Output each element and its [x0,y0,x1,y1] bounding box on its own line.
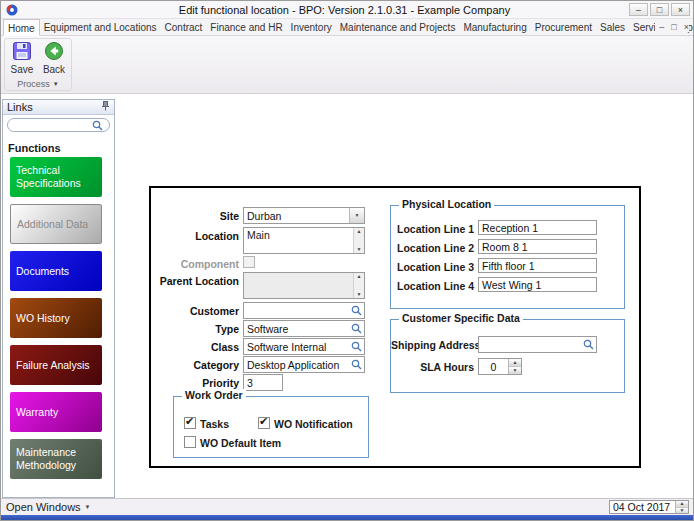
sla-hours-spinner[interactable]: ▲ ▼ [478,358,522,375]
location-line-3-input[interactable] [479,259,596,272]
ribbon-tab-bar: Home Equipment and Locations Contract Fi… [1,19,693,36]
search-icon[interactable] [581,337,596,352]
site-dropdown[interactable]: ▼ [243,207,365,224]
location-line-3-field[interactable] [478,258,597,273]
sidebar-item-additional-data[interactable]: Additional Data [10,204,102,244]
sidebar-item-label: Warranty [16,406,58,419]
sidebar-item-maintenance-methodology[interactable]: Maintenance Methodology [10,439,102,479]
tab-procurement[interactable]: Procurement [531,19,596,35]
priority-field[interactable] [243,374,283,391]
pin-icon[interactable] [101,101,110,113]
class-input[interactable] [244,339,349,354]
open-windows-label: Open Windows [6,501,81,513]
search-icon[interactable] [349,357,364,372]
category-input[interactable] [244,357,349,372]
links-search-input[interactable] [12,120,90,131]
close-button[interactable]: × [671,3,690,16]
links-panel-title: Links [7,101,33,113]
save-button[interactable]: Save [7,41,37,75]
titlebar: Edit functional location - BPO: Version … [1,1,693,19]
type-input[interactable] [244,321,349,336]
scroll-up-icon[interactable]: ▲ [357,229,362,234]
work-order-group-title: Work Order [182,389,246,401]
maximize-button[interactable]: □ [650,3,669,16]
date-input[interactable] [610,501,675,513]
location-line-4-field[interactable] [478,277,597,292]
tab-equipment-and-locations[interactable]: Equipment and Locations [40,19,161,35]
scroll-down-icon[interactable]: ▼ [357,247,362,252]
mdi-window-controls: – □ × [655,22,689,32]
site-label: Site [153,210,239,222]
location-line-2-field[interactable] [478,239,597,254]
class-lookup-field[interactable] [243,338,365,355]
functions-heading: Functions [3,135,114,154]
sla-hours-label: SLA Hours [391,361,474,373]
ribbon-group-process: Save Back Process ▼ [4,38,72,91]
location-line-2-label: Location Line 2 [391,242,474,254]
sidebar-item-documents[interactable]: Documents [10,251,102,291]
open-windows-button[interactable]: Open Windows ▼ [6,501,91,513]
physical-location-group-title: Physical Location [399,198,494,210]
ribbon: Save Back Process ▼ [1,36,693,94]
type-lookup-field[interactable] [243,320,365,337]
location-line-2-input[interactable] [479,240,596,253]
sidebar-item-failure-analysis[interactable]: Failure Analysis [10,345,102,385]
tab-home[interactable]: Home [3,19,40,36]
status-bar: Open Windows ▼ ▲ ▼ [1,498,693,515]
component-label: Component [153,258,239,270]
links-panel-header: Links [3,100,114,115]
location-line-1-label: Location Line 1 [391,223,474,235]
tab-sales[interactable]: Sales [596,19,629,35]
mdi-close-icon[interactable]: × [684,22,689,32]
wo-default-item-checkbox[interactable]: ✔ [184,436,196,448]
shipping-address-input[interactable] [479,337,581,352]
customer-lookup-field[interactable] [243,302,365,319]
tab-finance-and-hr[interactable]: Finance and HR [206,19,286,35]
spin-down-icon[interactable]: ▼ [676,508,688,514]
wo-notification-label: WO Notification [274,418,353,430]
links-search-box[interactable] [7,118,110,132]
scrollbar[interactable]: ▲ ▼ [353,228,364,253]
location-line-4-input[interactable] [479,278,596,291]
wo-notification-checkbox[interactable]: ✔ [258,417,270,429]
tab-manufacturing[interactable]: Manufacturing [459,19,530,35]
customer-label: Customer [153,305,239,317]
spinner-buttons: ▲ ▼ [508,359,521,374]
site-input[interactable] [244,208,349,223]
tab-contract[interactable]: Contract [161,19,207,35]
category-label: Category [153,359,239,371]
category-lookup-field[interactable] [243,356,365,373]
priority-input[interactable] [244,375,282,390]
spinner-buttons: ▲ ▼ [675,501,688,513]
window-bottom-strip [1,515,693,521]
tab-inventory[interactable]: Inventory [287,19,336,35]
tab-maintenance-and-projects[interactable]: Maintenance and Projects [336,19,460,35]
search-icon[interactable] [349,303,364,318]
sidebar-item-warranty[interactable]: Warranty [10,392,102,432]
date-picker[interactable]: ▲ ▼ [609,500,689,514]
location-textarea[interactable]: Main ▲ ▼ [243,227,365,254]
search-icon[interactable] [349,321,364,336]
mdi-restore-icon[interactable]: □ [671,22,676,32]
mdi-minimize-icon[interactable]: – [659,22,664,32]
customer-specific-data-group-title: Customer Specific Data [399,312,523,324]
minimize-button[interactable]: – [629,3,648,16]
location-line-1-input[interactable] [479,221,596,234]
search-icon[interactable] [349,339,364,354]
save-icon [12,41,32,63]
back-button[interactable]: Back [39,41,69,75]
close-icon: × [678,5,683,15]
sidebar-item-technical-specifications[interactable]: Technical Specifications [10,157,102,197]
chevron-down-icon[interactable]: ▼ [349,208,364,223]
tasks-checkbox[interactable]: ✔ [184,417,196,429]
type-label: Type [153,323,239,335]
shipping-address-lookup-field[interactable] [478,336,597,353]
component-checkbox[interactable]: ✔ [243,256,255,268]
sidebar-item-wo-history[interactable]: WO History [10,298,102,338]
customer-input[interactable] [244,303,349,318]
location-line-1-field[interactable] [478,220,597,235]
sla-hours-input[interactable] [479,359,508,374]
chevron-down-icon: ▼ [85,504,91,510]
spin-up-icon[interactable]: ▲ [509,359,521,367]
spin-down-icon[interactable]: ▼ [509,367,521,374]
